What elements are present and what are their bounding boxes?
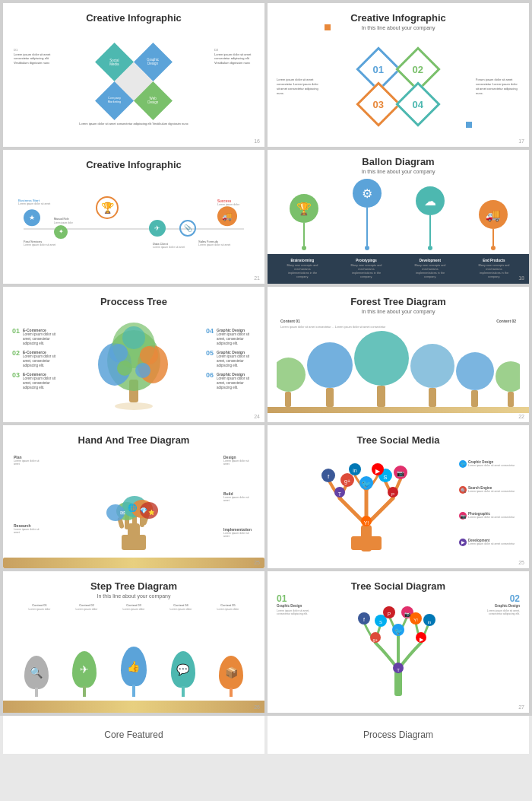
balloon-3: ☁ [416, 186, 445, 250]
tl-data: Data Client Lorem ipsum dolor sit amet [153, 242, 187, 250]
svg-text:📷: 📷 [404, 611, 411, 618]
social-tree-svg: f g+ in 🐦 S 📷 ▶ T P [309, 453, 423, 559]
svg-rect-12 [122, 535, 146, 550]
slide2-left-text: Lorem ipsum dolor sit amet consectetur L… [277, 78, 321, 96]
svg-text:T: T [397, 668, 400, 672]
slide1-content: D1 Lorem ipsum dolor sit amet consectetu… [12, 25, 255, 138]
slide4-title: Ballon Diagram [272, 156, 524, 167]
step-label-3: Content 03Lorem ipsum dolor [119, 603, 149, 612]
slide2-diamonds: 01 02 03 04 [324, 53, 473, 120]
slide8-title: Tree Social Media [277, 434, 520, 446]
slide7-number: 25 [254, 560, 260, 565]
svg-point-6 [140, 346, 158, 364]
slide2-title: Creative Infographic [277, 12, 520, 24]
svg-rect-28 [351, 536, 382, 550]
social-item-4: ▶ Development Lorem ipsum dolor sit amet… [459, 539, 520, 546]
slide6-title: Forest Tree Diagram [277, 296, 520, 307]
tl-icon-1: ★ Fast Services Lorem ipsum dolor sit am… [24, 209, 58, 247]
slide-11: Core Featured [3, 716, 264, 754]
tl-sales: Sales Formula Lorem ipsum dolor sit amet [198, 240, 233, 248]
slide5-content: 01 E-Commerce Lorem ipsum dolor sit amet… [12, 309, 255, 413]
svg-text:▶: ▶ [375, 468, 381, 475]
item-06: 06 Graphic Design Lorem ipsum dolor sit … [206, 372, 255, 391]
social-diagram-svg: f S P 📷 Y! in 🐦 g+ ▶ T [349, 593, 448, 704]
forest-area [277, 331, 520, 407]
slide2-accent1 [325, 24, 331, 30]
slide-5: Proccess Tree 01 E-Commerce Lorem ipsum … [3, 287, 264, 422]
slide10-title: Tree Social Diagram [277, 580, 520, 592]
slide4-subtitle: In this line about your company [272, 169, 524, 174]
slide6-desc: Lorem ipsum dolor sit amet consectetur .… [277, 326, 520, 329]
svg-text:T: T [338, 491, 342, 497]
step-label-2: Content 02Lorem ipsum dolor [71, 603, 102, 612]
svg-point-9 [135, 363, 150, 378]
forest-tree-1 [277, 358, 306, 407]
slide6-labels: Content 01 Content 02 [277, 319, 520, 323]
social-item-2: 🔍 Search Engine Lorem ipsum dolor sit am… [459, 486, 520, 494]
slide7-content: Plan Lorem ipsum dolor sit amet Research… [12, 447, 255, 558]
slide10-content: 01 Graphic Design Lorem ipsum dolor sit … [277, 593, 520, 704]
slide5-number: 24 [254, 414, 260, 419]
slide10-left-item: 01 Graphic Design Lorem ipsum dolor sit … [277, 593, 321, 704]
social-item-1: 🐦 Graphic Design Lorem ipsum dolor sit a… [459, 460, 520, 468]
slide10-tree: f S P 📷 Y! in 🐦 g+ ▶ T [323, 593, 473, 704]
slide6-number: 22 [518, 414, 524, 419]
leaf-3: 👍 [121, 647, 147, 697]
slide8-right-labels: 🐦 Graphic Design Lorem ipsum dolor sit a… [459, 447, 520, 559]
slide-grid: Creative Infographic D1 Lorem ipsum dolo… [0, 0, 532, 716]
forest-tree-6 [496, 361, 521, 407]
balloon-label-2: Prototypings Many new concepts and mecha… [348, 259, 385, 279]
hand-tree-svg: 🌐 ✉ 💎 ⭐ [73, 447, 195, 558]
svg-text:⭐: ⭐ [148, 509, 155, 516]
svg-text:g+: g+ [344, 478, 350, 485]
item-04: 04 Graphic Design Lorem ipsum dolor sit … [206, 328, 255, 347]
tl-success: Success Lorem ipsum dolor 🚚 [217, 199, 248, 227]
slide1-title: Creative Infographic [12, 12, 255, 24]
svg-text:in: in [353, 468, 357, 473]
slide2-subtitle: In this line about your company [277, 25, 520, 30]
slide-8: Tree Social Media [268, 425, 529, 568]
social-item-3: 📷 Photographic Lorem ipsum dolor sit ame… [459, 512, 520, 520]
svg-text:Y!: Y! [364, 520, 369, 526]
slide11-title: Core Featured [104, 729, 163, 740]
svg-text:S: S [379, 620, 382, 625]
balloon-1: 🏆 [290, 194, 318, 250]
slide5-tree-visual [64, 311, 204, 410]
forest-tree-5 [456, 352, 494, 407]
tl-plane: ✈ [149, 220, 166, 237]
slide3-title: Creative Infographic [12, 159, 255, 170]
slide-9: Step Tree Diagram In this line about you… [3, 571, 264, 713]
forest-tree-2 [307, 342, 353, 407]
svg-text:in: in [428, 620, 432, 625]
svg-point-8 [117, 361, 132, 376]
slide1-number: 16 [254, 138, 260, 144]
slide1-left-text: D1 Lorem ipsum dolor sit amet consectetu… [14, 48, 53, 65]
balloon-label-4: End Products Many new concepts and mecha… [476, 259, 512, 279]
slide5-left: 01 E-Commerce Lorem ipsum dolor sit amet… [12, 328, 62, 394]
content-label-1: Content 01 [280, 319, 300, 323]
leaf-4: 💬 [171, 651, 195, 697]
svg-point-5 [109, 344, 128, 362]
leaf-shapes-row: 🔍 ✈ 👍 💬 📦 [12, 614, 255, 700]
slide5-title: Proccess Tree [12, 296, 255, 307]
item-01: 01 E-Commerce Lorem ipsum dolor sit amet… [12, 328, 62, 347]
step-label-5: Content 05Lorem ipsum dolor [213, 603, 243, 612]
balloon-4: 🚚 [479, 200, 508, 250]
slide7-design-label: Design Lorem ipsum dolor sit amet [223, 455, 254, 466]
slide-6: Forest Tree Diagram In this line about y… [268, 287, 529, 422]
slide9-number: 26 [254, 704, 260, 710]
svg-text:f: f [363, 617, 365, 622]
slide-12: Process Diagram [268, 716, 529, 754]
tl-business: Business Start Lorem ipsum dolor sit ame… [18, 199, 56, 207]
svg-text:P: P [391, 492, 394, 497]
slide-3: Creative Infographic ★ Fast Services Lor… [3, 150, 264, 284]
slide2-accent2 [466, 122, 472, 128]
slide2-content: Lorem ipsum dolor sit amet consectetur L… [277, 35, 520, 138]
svg-text:S: S [383, 474, 387, 481]
slide-10: Tree Social Diagram 01 Graphic Design Lo… [268, 571, 529, 713]
slide4-number: 18 [518, 275, 524, 281]
svg-text:📷: 📷 [397, 469, 404, 477]
slide8-number: 25 [518, 560, 524, 565]
svg-text:✉: ✉ [120, 510, 125, 517]
step-label-4: Content 04Lorem ipsum dolor [166, 603, 196, 612]
